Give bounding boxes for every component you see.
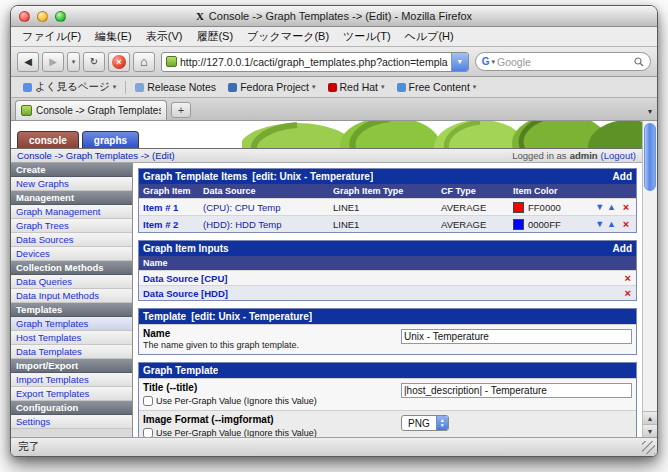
sidebar-item-graph-templates[interactable]: Graph Templates bbox=[11, 317, 132, 331]
forward-button[interactable]: ▶ bbox=[42, 52, 64, 72]
menu-tools[interactable]: ツール(T) bbox=[336, 29, 398, 44]
menu-bookmarks[interactable]: ブックマーク(B) bbox=[240, 29, 336, 44]
smart-folder-icon bbox=[23, 83, 32, 92]
bookmark-folder-fedora[interactable]: Fedora Project ▾ bbox=[222, 80, 321, 94]
url-input[interactable] bbox=[177, 56, 451, 68]
sidebar-item-data-input-methods[interactable]: Data Input Methods bbox=[11, 289, 132, 303]
vertical-scrollbar[interactable]: ▲ ▼ bbox=[642, 121, 657, 437]
use-per-graph-value-checkbox[interactable] bbox=[143, 428, 153, 437]
sidebar-item-host-templates[interactable]: Host Templates bbox=[11, 331, 132, 345]
logout-link[interactable]: (Logout) bbox=[601, 150, 636, 161]
checkbox-label: Use Per-Graph Value (Ignore this Value) bbox=[156, 396, 317, 406]
delete-icon[interactable]: × bbox=[623, 202, 629, 213]
scrollbar-thumb[interactable] bbox=[644, 123, 656, 191]
bookmark-release-notes[interactable]: Release Notes bbox=[129, 80, 222, 94]
resize-grip[interactable] bbox=[642, 441, 655, 454]
tab-graphs[interactable]: graphs bbox=[82, 131, 139, 148]
status-bar: 完了 bbox=[11, 437, 657, 456]
breadcrumb[interactable]: Console -> Graph Templates -> (Edit) bbox=[17, 150, 175, 161]
toolbar-separator bbox=[125, 81, 126, 94]
bookmark-most-visited[interactable]: よく見るページ ▾ bbox=[17, 79, 122, 95]
menu-edit[interactable]: 編集(E) bbox=[88, 29, 139, 44]
sidebar-header-configuration: Configuration bbox=[11, 401, 132, 415]
graph-title-input[interactable] bbox=[401, 383, 632, 398]
sidebar-item-settings[interactable]: Settings bbox=[11, 415, 132, 429]
folder-icon bbox=[328, 83, 337, 92]
section-title: Template bbox=[143, 311, 186, 322]
new-tab-button[interactable]: + bbox=[171, 102, 191, 118]
move-up-icon[interactable]: ▲ bbox=[607, 202, 616, 212]
field-label: Title (--title) bbox=[143, 382, 393, 393]
window-titlebar: X Console -> Graph Templates -> (Edit) -… bbox=[11, 6, 657, 27]
table-row: Item # 1 (CPU): CPU Temp LINE1 AVERAGE F… bbox=[139, 198, 636, 215]
template-name-input[interactable] bbox=[401, 329, 632, 344]
move-down-icon[interactable]: ▼ bbox=[595, 219, 604, 229]
select-stepper-icon: ▲ ▼ bbox=[436, 416, 448, 430]
add-graph-item-input-link[interactable]: Add bbox=[613, 243, 632, 254]
section-title-edit: [edit: Unix - Temperature] bbox=[191, 311, 312, 322]
tab-console-graph-templates[interactable]: Console -> Graph Templates -... bbox=[15, 100, 167, 120]
scroll-down-button[interactable]: ▼ bbox=[643, 424, 657, 437]
delete-icon[interactable]: × bbox=[625, 288, 631, 299]
tab-favicon bbox=[21, 105, 32, 116]
logged-in-user: admin bbox=[570, 150, 598, 161]
login-status: Logged in as admin (Logout) bbox=[512, 150, 636, 161]
menu-view[interactable]: 表示(V) bbox=[139, 29, 190, 44]
back-button[interactable]: ◀ bbox=[17, 52, 39, 72]
add-graph-item-link[interactable]: Add bbox=[613, 171, 632, 182]
sidebar-item-import-templates[interactable]: Import Templates bbox=[11, 373, 132, 387]
move-up-icon[interactable]: ▲ bbox=[607, 219, 616, 229]
image-format-select[interactable]: PNG ▲ ▼ bbox=[401, 415, 449, 431]
url-history-dropdown[interactable]: ▾ bbox=[451, 53, 468, 71]
stop-button[interactable]: × bbox=[108, 52, 130, 72]
move-down-icon[interactable]: ▼ bbox=[595, 202, 604, 212]
bookmark-folder-redhat[interactable]: Red Hat ▾ bbox=[322, 80, 391, 94]
home-icon: ⌂ bbox=[140, 54, 148, 69]
delete-icon[interactable]: × bbox=[623, 219, 629, 230]
graph-item-input-link[interactable]: Data Source [CPU] bbox=[143, 273, 227, 284]
forward-icon: ▶ bbox=[49, 56, 57, 67]
menu-help[interactable]: ヘルプ(H) bbox=[398, 29, 461, 44]
reload-button[interactable]: ↻ bbox=[83, 52, 105, 72]
sidebar-item-graph-trees[interactable]: Graph Trees bbox=[11, 219, 132, 233]
chevron-down-icon: ▾ bbox=[458, 57, 462, 66]
table-row: Data Source [CPU] × bbox=[139, 270, 636, 285]
list-all-tabs-button[interactable]: ▾ bbox=[648, 107, 652, 116]
scroll-up-button[interactable]: ▲ bbox=[643, 411, 657, 424]
window-title: X Console -> Graph Templates -> (Edit) -… bbox=[196, 10, 472, 22]
graph-item-link[interactable]: Item # 2 bbox=[143, 219, 178, 230]
zoom-window-button[interactable] bbox=[55, 11, 66, 22]
delete-icon[interactable]: × bbox=[625, 273, 631, 284]
sidebar-item-new-graphs[interactable]: New Graphs bbox=[11, 177, 132, 191]
bookmarks-toolbar: よく見るページ ▾ Release Notes Fedora Project ▾… bbox=[11, 77, 657, 98]
menu-file[interactable]: ファイル(F) bbox=[15, 29, 88, 44]
sidebar-item-export-templates[interactable]: Export Templates bbox=[11, 387, 132, 401]
graph-item-input-link[interactable]: Data Source [HDD] bbox=[143, 288, 228, 299]
search-icon[interactable] bbox=[634, 57, 644, 67]
search-input[interactable] bbox=[497, 56, 632, 68]
cacti-banner-graphic bbox=[242, 121, 642, 148]
bookmark-folder-free-content[interactable]: Free Content ▾ bbox=[391, 80, 483, 94]
tab-console[interactable]: console bbox=[17, 131, 79, 148]
sidebar-header-import-export: Import/Export bbox=[11, 359, 132, 373]
back-forward-dropdown[interactable]: ▾ bbox=[67, 52, 80, 72]
close-window-button[interactable] bbox=[19, 11, 30, 22]
cacti-page: console graphs Console -> Graph Template… bbox=[11, 121, 642, 437]
main-content: Graph Template Items [edit: Unix - Tempe… bbox=[133, 163, 642, 437]
x11-app-icon: X bbox=[196, 10, 204, 22]
minimize-window-button[interactable] bbox=[37, 11, 48, 22]
menu-history[interactable]: 履歴(S) bbox=[189, 29, 240, 44]
search-bar[interactable]: G ▾ bbox=[475, 52, 651, 71]
use-per-graph-value-checkbox[interactable] bbox=[143, 396, 153, 406]
search-engine-dropdown[interactable]: ▾ bbox=[491, 58, 495, 66]
navigation-toolbar: ◀ ▶ ▾ ↻ × ⌂ ▾ G ▾ bbox=[11, 47, 657, 77]
sidebar-item-data-sources[interactable]: Data Sources bbox=[11, 233, 132, 247]
sidebar-header-management: Management bbox=[11, 191, 132, 205]
sidebar-item-graph-management[interactable]: Graph Management bbox=[11, 205, 132, 219]
sidebar-item-devices[interactable]: Devices bbox=[11, 247, 132, 261]
sidebar-item-data-templates[interactable]: Data Templates bbox=[11, 345, 132, 359]
home-button[interactable]: ⌂ bbox=[133, 52, 155, 72]
sidebar-item-data-queries[interactable]: Data Queries bbox=[11, 275, 132, 289]
graph-item-link[interactable]: Item # 1 bbox=[143, 202, 178, 213]
url-bar[interactable]: ▾ bbox=[161, 52, 469, 72]
